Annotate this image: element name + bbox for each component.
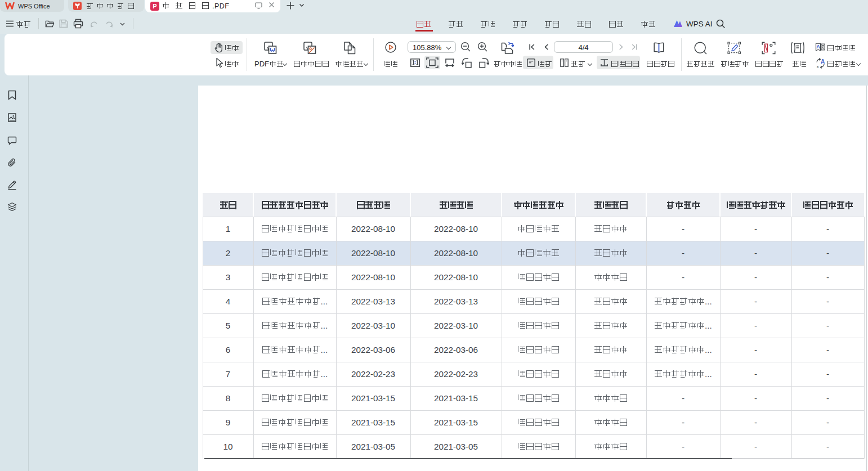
svg-text:A: A — [821, 59, 825, 65]
svg-text:A: A — [816, 44, 820, 50]
svg-text:x: x — [817, 64, 819, 69]
svg-text:P: P — [153, 3, 156, 10]
